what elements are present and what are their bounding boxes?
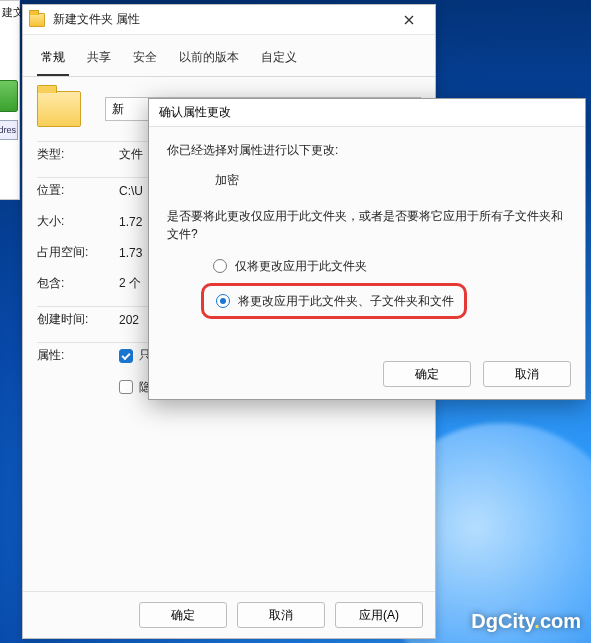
partial-address-fragment: dres xyxy=(0,120,18,140)
readonly-checkbox[interactable] xyxy=(119,349,133,363)
partial-title: 建文 xyxy=(0,1,19,24)
properties-titlebar: 新建文件夹 属性 xyxy=(23,5,435,35)
label-location: 位置: xyxy=(37,182,119,199)
confirm-line1: 你已经选择对属性进行以下更改: xyxy=(167,141,567,159)
cancel-button[interactable]: 取消 xyxy=(237,602,325,628)
confirm-titlebar: 确认属性更改 xyxy=(149,99,585,127)
radio-this-folder[interactable] xyxy=(213,259,227,273)
watermark-a: DgCity xyxy=(471,610,534,632)
label-size: 大小: xyxy=(37,213,119,230)
watermark: DgCity.com xyxy=(471,610,581,633)
close-icon xyxy=(404,15,414,25)
tab-customize[interactable]: 自定义 xyxy=(257,45,301,76)
label-attributes: 属性: xyxy=(37,347,119,364)
tab-general[interactable]: 常规 xyxy=(37,45,69,76)
tab-sharing[interactable]: 共享 xyxy=(83,45,115,76)
label-created: 创建时间: xyxy=(37,311,119,328)
tab-security[interactable]: 安全 xyxy=(129,45,161,76)
tab-strip: 常规 共享 安全 以前的版本 自定义 xyxy=(23,35,435,77)
properties-button-bar: 确定 取消 应用(A) xyxy=(23,591,435,638)
hidden-checkbox[interactable] xyxy=(119,380,133,394)
tab-previous[interactable]: 以前的版本 xyxy=(175,45,243,76)
radio-this-folder-label: 仅将更改应用于此文件夹 xyxy=(235,257,367,275)
radio-subfolders[interactable] xyxy=(216,294,230,308)
label-size-on-disk: 占用空间: xyxy=(37,244,119,261)
folder-large-icon xyxy=(37,91,81,127)
close-button[interactable] xyxy=(389,9,429,31)
confirm-dialog: 确认属性更改 你已经选择对属性进行以下更改: 加密 是否要将此更改仅应用于此文件… xyxy=(148,98,586,400)
radio-subfolders-label: 将更改应用于此文件夹、子文件夹和文件 xyxy=(238,292,454,310)
confirm-question: 是否要将此更改仅应用于此文件夹，或者是否要将它应用于所有子文件夹和文件? xyxy=(167,207,567,243)
properties-title: 新建文件夹 属性 xyxy=(53,11,140,28)
highlighted-option: 将更改应用于此文件夹、子文件夹和文件 xyxy=(201,283,467,319)
label-type: 类型: xyxy=(37,146,119,163)
confirm-changed-attr: 加密 xyxy=(215,171,567,189)
confirm-title: 确认属性更改 xyxy=(159,104,231,121)
confirm-cancel-button[interactable]: 取消 xyxy=(483,361,571,387)
confirm-body: 你已经选择对属性进行以下更改: 加密 是否要将此更改仅应用于此文件夹，或者是否要… xyxy=(149,127,585,331)
apply-this-folder-only[interactable]: 仅将更改应用于此文件夹 xyxy=(213,257,567,275)
confirm-ok-button[interactable]: 确定 xyxy=(383,361,471,387)
label-contains: 包含: xyxy=(37,275,119,292)
watermark-b: com xyxy=(540,610,581,632)
partial-green-icon xyxy=(0,80,18,112)
folder-icon xyxy=(29,13,45,27)
confirm-button-bar: 确定 取消 xyxy=(383,361,571,387)
apply-button[interactable]: 应用(A) xyxy=(335,602,423,628)
ok-button[interactable]: 确定 xyxy=(139,602,227,628)
